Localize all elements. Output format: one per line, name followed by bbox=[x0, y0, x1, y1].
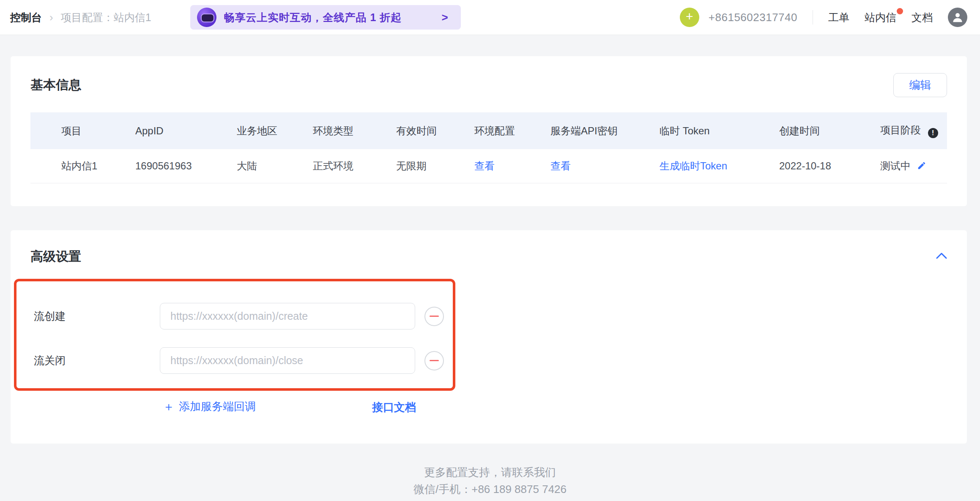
account-phone-number: +8615602317740 bbox=[709, 11, 797, 24]
view-env-config-link[interactable]: 查看 bbox=[474, 160, 495, 172]
col-valid-time: 有效时间 bbox=[396, 112, 474, 149]
api-doc-link[interactable]: 接口文档 bbox=[372, 400, 416, 415]
nav-item-inbox-label: 站内信 bbox=[865, 11, 896, 23]
basic-info-title: 基本信息 bbox=[30, 76, 81, 94]
info-icon[interactable]: ! bbox=[928, 128, 938, 138]
breadcrumb-separator-icon: › bbox=[49, 11, 53, 24]
cell-api-secret: 查看 bbox=[550, 149, 660, 183]
advanced-settings-title: 高级设置 bbox=[30, 248, 81, 265]
col-created: 创建时间 bbox=[779, 112, 880, 149]
basic-info-card: 基本信息 编辑 项目 AppID 业务地区 环境类型 有效时间 环境配置 服务端… bbox=[11, 56, 967, 206]
advanced-settings-card: 高级设置 流创建 流关闭 ＋ 添加服务端回调 接口文档 bbox=[11, 230, 967, 444]
cell-appid: 1690561963 bbox=[135, 149, 237, 183]
table-row: 站内信1 1690561963 大陆 正式环境 无限期 查看 查看 生成临时To… bbox=[30, 149, 947, 183]
topbar: 控制台 › 项目配置：站内信1 畅享云上实时互动，全线产品 1 折起 > + +… bbox=[0, 0, 980, 35]
stream-create-label: 流创建 bbox=[34, 309, 160, 323]
stream-create-url-input[interactable] bbox=[160, 303, 415, 329]
cell-project: 站内信1 bbox=[30, 149, 135, 183]
callback-row-stream-create: 流创建 bbox=[34, 303, 444, 329]
breadcrumb-console[interactable]: 控制台 bbox=[10, 11, 42, 25]
add-callback-link[interactable]: ＋ 添加服务端回调 bbox=[163, 399, 256, 414]
remove-callback-button[interactable] bbox=[424, 307, 444, 326]
annotation-highlight-box bbox=[14, 279, 455, 391]
minus-icon bbox=[430, 316, 439, 317]
col-stage: 项目阶段 ! bbox=[880, 112, 947, 149]
cell-env-config: 查看 bbox=[474, 149, 550, 183]
edit-button[interactable]: 编辑 bbox=[893, 73, 947, 97]
col-appid: AppID bbox=[135, 112, 237, 149]
divider bbox=[813, 10, 813, 25]
stream-close-label: 流关闭 bbox=[34, 354, 160, 368]
remove-callback-button[interactable] bbox=[424, 351, 444, 370]
plus-badge-icon[interactable]: + bbox=[680, 8, 699, 27]
footer: 更多配置支持，请联系我们 微信/手机：+86 189 8875 7426 bbox=[0, 464, 980, 498]
cell-region: 大陆 bbox=[237, 149, 313, 183]
topbar-right: + +8615602317740 工单 站内信 文档 bbox=[680, 8, 967, 27]
generate-token-link[interactable]: 生成临时Token bbox=[660, 160, 727, 172]
nav-item-inbox[interactable]: 站内信 bbox=[865, 11, 896, 25]
callback-row-stream-close: 流关闭 bbox=[34, 347, 444, 374]
collapse-section-button[interactable] bbox=[936, 252, 947, 261]
breadcrumb: 控制台 › 项目配置：站内信1 bbox=[10, 11, 151, 25]
table-header-row: 项目 AppID 业务地区 环境类型 有效时间 环境配置 服务端API密钥 临时… bbox=[30, 112, 947, 149]
view-api-secret-link[interactable]: 查看 bbox=[550, 160, 571, 172]
cell-env-type: 正式环境 bbox=[313, 149, 396, 183]
promo-banner[interactable]: 畅享云上实时互动，全线产品 1 折起 > bbox=[190, 5, 461, 30]
user-icon bbox=[951, 11, 964, 24]
breadcrumb-current: 项目配置：站内信1 bbox=[61, 11, 151, 25]
cell-valid-time: 无限期 bbox=[396, 149, 474, 183]
cell-stage: 测试中 bbox=[880, 149, 947, 183]
notification-dot bbox=[897, 8, 903, 14]
add-callback-label: 添加服务端回调 bbox=[179, 399, 256, 414]
project-info-table: 项目 AppID 业务地区 环境类型 有效时间 环境配置 服务端API密钥 临时… bbox=[30, 112, 947, 183]
cell-temp-token: 生成临时Token bbox=[660, 149, 779, 183]
nav-item-docs[interactable]: 文档 bbox=[912, 11, 933, 25]
cell-created: 2022-10-18 bbox=[779, 149, 880, 183]
arrow-right-icon: > bbox=[441, 11, 448, 24]
footer-contact-text: 微信/手机：+86 189 8875 7426 bbox=[0, 481, 980, 498]
stage-value: 测试中 bbox=[880, 160, 911, 172]
footer-support-text: 更多配置支持，请联系我们 bbox=[0, 464, 980, 481]
col-env-type: 环境类型 bbox=[313, 112, 396, 149]
col-region: 业务地区 bbox=[237, 112, 313, 149]
stream-close-url-input[interactable] bbox=[160, 347, 415, 374]
col-temp-token: 临时 Token bbox=[660, 112, 779, 149]
promo-banner-text: 畅享云上实时互动，全线产品 1 折起 bbox=[224, 11, 402, 25]
avatar[interactable] bbox=[948, 8, 967, 27]
minus-icon bbox=[430, 360, 439, 361]
edit-stage-pencil-icon[interactable] bbox=[917, 161, 926, 170]
plus-icon: ＋ bbox=[163, 401, 175, 412]
col-project: 项目 bbox=[30, 112, 135, 149]
col-api-secret: 服务端API密钥 bbox=[550, 112, 660, 149]
col-env-config: 环境配置 bbox=[474, 112, 550, 149]
nav-item-tickets[interactable]: 工单 bbox=[828, 11, 849, 25]
robot-icon bbox=[197, 8, 216, 27]
chevron-up-icon bbox=[936, 252, 947, 259]
